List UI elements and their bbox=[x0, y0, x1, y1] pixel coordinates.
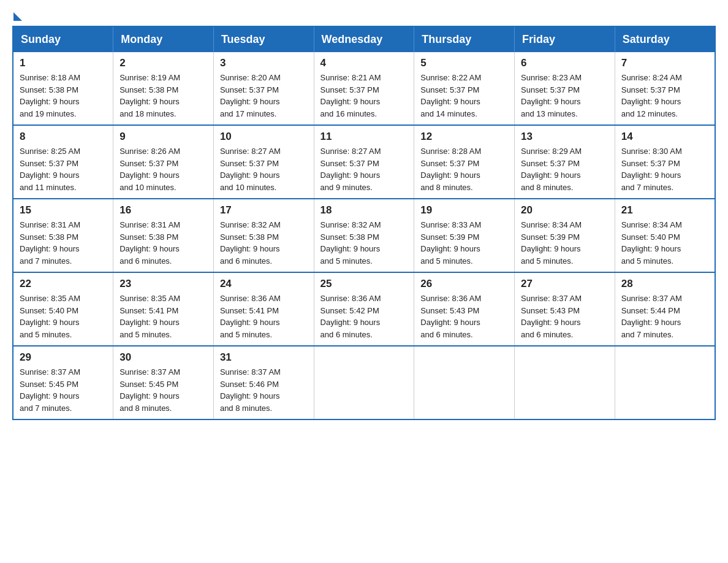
day-info: Sunrise: 8:27 AMSunset: 5:37 PMDaylight:… bbox=[220, 145, 308, 193]
day-number: 6 bbox=[521, 57, 609, 69]
day-number: 26 bbox=[420, 278, 508, 290]
day-info: Sunrise: 8:27 AMSunset: 5:37 PMDaylight:… bbox=[320, 145, 408, 193]
day-number: 1 bbox=[20, 57, 107, 69]
day-info: Sunrise: 8:37 AMSunset: 5:45 PMDaylight:… bbox=[119, 366, 207, 414]
day-info: Sunrise: 8:26 AMSunset: 5:37 PMDaylight:… bbox=[119, 145, 207, 193]
day-number: 22 bbox=[20, 278, 107, 290]
calendar-cell: 6Sunrise: 8:23 AMSunset: 5:37 PMDaylight… bbox=[515, 52, 615, 125]
day-info: Sunrise: 8:37 AMSunset: 5:43 PMDaylight:… bbox=[521, 293, 609, 340]
day-info: Sunrise: 8:28 AMSunset: 5:37 PMDaylight:… bbox=[420, 145, 508, 193]
calendar-cell: 25Sunrise: 8:36 AMSunset: 5:42 PMDayligh… bbox=[314, 272, 414, 346]
day-info: Sunrise: 8:35 AMSunset: 5:40 PMDaylight:… bbox=[20, 293, 107, 340]
day-info: Sunrise: 8:35 AMSunset: 5:41 PMDaylight:… bbox=[119, 293, 207, 340]
day-info: Sunrise: 8:34 AMSunset: 5:39 PMDaylight:… bbox=[521, 219, 609, 267]
day-header-monday: Monday bbox=[113, 26, 214, 52]
calendar-week-row: 8Sunrise: 8:25 AMSunset: 5:37 PMDaylight… bbox=[13, 125, 715, 199]
day-number: 19 bbox=[420, 204, 508, 216]
calendar-cell: 4Sunrise: 8:21 AMSunset: 5:37 PMDaylight… bbox=[314, 52, 414, 125]
day-header-tuesday: Tuesday bbox=[213, 26, 314, 52]
day-number: 3 bbox=[220, 57, 308, 69]
day-number: 7 bbox=[621, 57, 708, 69]
day-number: 10 bbox=[220, 131, 308, 143]
calendar-week-row: 15Sunrise: 8:31 AMSunset: 5:38 PMDayligh… bbox=[13, 199, 715, 272]
day-info: Sunrise: 8:20 AMSunset: 5:37 PMDaylight:… bbox=[220, 72, 308, 120]
calendar-cell: 24Sunrise: 8:36 AMSunset: 5:41 PMDayligh… bbox=[213, 272, 314, 346]
day-number: 12 bbox=[420, 131, 508, 143]
page-header bbox=[12, 12, 716, 20]
calendar-cell: 15Sunrise: 8:31 AMSunset: 5:38 PMDayligh… bbox=[13, 199, 113, 272]
day-number: 25 bbox=[320, 278, 408, 290]
day-number: 11 bbox=[320, 131, 408, 143]
day-info: Sunrise: 8:36 AMSunset: 5:42 PMDaylight:… bbox=[320, 293, 408, 340]
calendar-cell: 14Sunrise: 8:30 AMSunset: 5:37 PMDayligh… bbox=[615, 125, 715, 199]
calendar-cell: 2Sunrise: 8:19 AMSunset: 5:38 PMDaylight… bbox=[113, 52, 214, 125]
calendar-cell: 7Sunrise: 8:24 AMSunset: 5:37 PMDaylight… bbox=[615, 52, 715, 125]
day-number: 14 bbox=[621, 131, 708, 143]
day-number: 24 bbox=[220, 278, 308, 290]
logo-arrow-icon bbox=[13, 12, 22, 21]
day-info: Sunrise: 8:36 AMSunset: 5:41 PMDaylight:… bbox=[220, 293, 308, 340]
day-info: Sunrise: 8:32 AMSunset: 5:38 PMDaylight:… bbox=[220, 219, 308, 267]
day-number: 8 bbox=[20, 131, 107, 143]
day-number: 27 bbox=[521, 278, 609, 290]
day-info: Sunrise: 8:21 AMSunset: 5:37 PMDaylight:… bbox=[320, 72, 408, 120]
day-header-thursday: Thursday bbox=[414, 26, 515, 52]
calendar-cell: 8Sunrise: 8:25 AMSunset: 5:37 PMDaylight… bbox=[13, 125, 113, 199]
calendar-cell: 29Sunrise: 8:37 AMSunset: 5:45 PMDayligh… bbox=[13, 346, 113, 419]
day-info: Sunrise: 8:34 AMSunset: 5:40 PMDaylight:… bbox=[621, 219, 708, 267]
day-info: Sunrise: 8:22 AMSunset: 5:37 PMDaylight:… bbox=[420, 72, 508, 120]
day-number: 16 bbox=[119, 204, 207, 216]
day-info: Sunrise: 8:36 AMSunset: 5:43 PMDaylight:… bbox=[420, 293, 508, 340]
day-info: Sunrise: 8:37 AMSunset: 5:46 PMDaylight:… bbox=[220, 366, 308, 414]
day-info: Sunrise: 8:37 AMSunset: 5:45 PMDaylight:… bbox=[20, 366, 107, 414]
day-number: 2 bbox=[119, 57, 207, 69]
day-header-friday: Friday bbox=[515, 26, 615, 52]
day-number: 20 bbox=[521, 204, 609, 216]
calendar-cell: 9Sunrise: 8:26 AMSunset: 5:37 PMDaylight… bbox=[113, 125, 214, 199]
calendar-table: SundayMondayTuesdayWednesdayThursdayFrid… bbox=[12, 26, 716, 420]
calendar-cell: 5Sunrise: 8:22 AMSunset: 5:37 PMDaylight… bbox=[414, 52, 515, 125]
day-info: Sunrise: 8:25 AMSunset: 5:37 PMDaylight:… bbox=[20, 145, 107, 193]
calendar-cell: 1Sunrise: 8:18 AMSunset: 5:38 PMDaylight… bbox=[13, 52, 113, 125]
day-number: 17 bbox=[220, 204, 308, 216]
calendar-cell bbox=[314, 346, 414, 419]
day-number: 30 bbox=[119, 351, 207, 364]
calendar-header-row: SundayMondayTuesdayWednesdayThursdayFrid… bbox=[13, 26, 715, 52]
day-info: Sunrise: 8:18 AMSunset: 5:38 PMDaylight:… bbox=[20, 72, 107, 120]
day-info: Sunrise: 8:23 AMSunset: 5:37 PMDaylight:… bbox=[521, 72, 609, 120]
day-info: Sunrise: 8:19 AMSunset: 5:38 PMDaylight:… bbox=[119, 72, 207, 120]
calendar-cell: 13Sunrise: 8:29 AMSunset: 5:37 PMDayligh… bbox=[515, 125, 615, 199]
day-header-saturday: Saturday bbox=[615, 26, 715, 52]
day-header-wednesday: Wednesday bbox=[314, 26, 414, 52]
calendar-body: 1Sunrise: 8:18 AMSunset: 5:38 PMDaylight… bbox=[13, 52, 715, 419]
calendar-week-row: 29Sunrise: 8:37 AMSunset: 5:45 PMDayligh… bbox=[13, 346, 715, 419]
day-info: Sunrise: 8:32 AMSunset: 5:38 PMDaylight:… bbox=[320, 219, 408, 267]
calendar-week-row: 22Sunrise: 8:35 AMSunset: 5:40 PMDayligh… bbox=[13, 272, 715, 346]
day-number: 23 bbox=[119, 278, 207, 290]
calendar-cell: 12Sunrise: 8:28 AMSunset: 5:37 PMDayligh… bbox=[414, 125, 515, 199]
day-number: 31 bbox=[220, 351, 308, 364]
calendar-cell: 20Sunrise: 8:34 AMSunset: 5:39 PMDayligh… bbox=[515, 199, 615, 272]
logo bbox=[12, 12, 22, 20]
calendar-cell: 11Sunrise: 8:27 AMSunset: 5:37 PMDayligh… bbox=[314, 125, 414, 199]
calendar-cell: 31Sunrise: 8:37 AMSunset: 5:46 PMDayligh… bbox=[213, 346, 314, 419]
calendar-cell: 30Sunrise: 8:37 AMSunset: 5:45 PMDayligh… bbox=[113, 346, 214, 419]
day-info: Sunrise: 8:31 AMSunset: 5:38 PMDaylight:… bbox=[20, 219, 107, 267]
day-number: 4 bbox=[320, 57, 408, 69]
calendar-cell bbox=[615, 346, 715, 419]
day-number: 29 bbox=[20, 351, 107, 364]
calendar-cell: 28Sunrise: 8:37 AMSunset: 5:44 PMDayligh… bbox=[615, 272, 715, 346]
calendar-cell bbox=[515, 346, 615, 419]
day-info: Sunrise: 8:37 AMSunset: 5:44 PMDaylight:… bbox=[621, 293, 708, 340]
day-info: Sunrise: 8:33 AMSunset: 5:39 PMDaylight:… bbox=[420, 219, 508, 267]
day-number: 21 bbox=[621, 204, 708, 216]
calendar-cell: 3Sunrise: 8:20 AMSunset: 5:37 PMDaylight… bbox=[213, 52, 314, 125]
day-info: Sunrise: 8:30 AMSunset: 5:37 PMDaylight:… bbox=[621, 145, 708, 193]
calendar-cell: 19Sunrise: 8:33 AMSunset: 5:39 PMDayligh… bbox=[414, 199, 515, 272]
day-number: 28 bbox=[621, 278, 708, 290]
day-number: 18 bbox=[320, 204, 408, 216]
calendar-cell: 21Sunrise: 8:34 AMSunset: 5:40 PMDayligh… bbox=[615, 199, 715, 272]
day-number: 9 bbox=[119, 131, 207, 143]
calendar-cell: 27Sunrise: 8:37 AMSunset: 5:43 PMDayligh… bbox=[515, 272, 615, 346]
day-number: 13 bbox=[521, 131, 609, 143]
